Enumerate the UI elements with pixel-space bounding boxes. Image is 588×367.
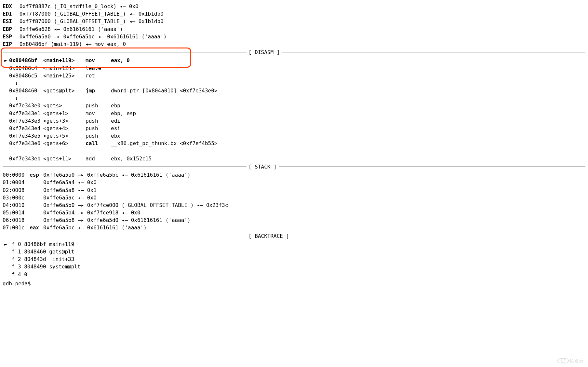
stack-row: 06:00180xffe6a5b8 —▸ 0xffe6a5d0 ◂— 0x616… [3,216,585,224]
current-instruction-marker [3,64,9,72]
current-instruction-marker [3,110,9,117]
current-instruction-marker [3,132,9,140]
disasm-mnemonic: push [86,132,111,140]
disasm-row: 0x80486c5<main+125>ret [3,72,585,79]
divider [3,279,585,279]
stack-separator [27,187,28,193]
register-name: ESI [3,18,16,25]
current-instruction-marker [3,87,9,94]
current-instruction-marker [3,72,9,79]
disasm-row: 0xf7e343e4<gets+4>pushesi [3,125,585,132]
stack-register: esp [30,171,43,179]
disasm-symbol: <gets+1> [43,110,86,117]
disasm-row: 0x8048460<gets@plt>jmpdword ptr [0x804a0… [3,87,585,94]
disasm-operands: ebx, 0x152c15 [111,155,152,162]
stack-register: eax [30,224,43,231]
disasm-symbol: <main+119> [43,57,86,64]
stack-row: 05:00140xffe6a5b4 —▸ 0xf7fce918 ◂— 0x0 [3,209,585,216]
disasm-mnemonic: jmp [86,87,111,94]
register-value: 0xffe6a628 ◂— 0x61616161 ('aaaa') [16,26,123,32]
stack-row: 07:001ceax0xffe6a5bc ◂— 0x61616161 ('aaa… [3,224,585,231]
gdb-prompt[interactable]: gdb-peda$ [3,280,585,287]
stack-offset: 06:0018 [3,216,27,224]
disasm-operands: __x86.get_pc_thunk.bx <0xf7ef4b55> [111,140,218,147]
stack-value: 0xffe6a5ac ◂— 0x0 [43,195,97,201]
prompt-text: gdb-peda$ [3,280,31,287]
disasm-row: ↓ [3,79,585,87]
disasm-mnemonic: add [86,155,111,162]
backtrace-row: f 4 0 [3,271,585,278]
disasm-operands: ebx [111,132,120,140]
stack-separator [27,202,28,209]
backtrace-frame: f 0 80486bf main+119 [8,241,74,247]
stack-value: 0xffe6a5a8 ◂— 0x1 [43,187,97,193]
current-instruction-marker: ► [3,57,9,64]
register-row: ESI 0xf7f87000 (_GLOBAL_OFFSET_TABLE_) ◂… [3,18,585,25]
stack-offset: 03:000c [3,194,27,201]
stack-separator [27,195,28,201]
disasm-address: 0x80486c4 [9,64,43,72]
stack-row: 01:00040xffe6a5a4 ◂— 0x0 [3,179,585,186]
disasm-address: 0xf7e343e3 [9,117,43,125]
disasm-row: ►0x80486bf<main+119>moveax, 0 [3,57,585,64]
backtrace-frame: f 3 8048490 system@plt [8,264,81,270]
stack-offset: 05:0014 [3,209,27,216]
disasm-symbol: <gets+3> [43,117,86,125]
disasm-symbol: <main+124> [43,64,86,72]
backtrace-frame: f 4 0 [8,271,27,278]
disasm-address: 0xf7e343eb [9,155,43,162]
disasm-operands: dword ptr [0x804a010] <0xf7e343e0> [111,87,218,94]
section-header-backtrace: [ BACKTRACE ] [3,232,585,240]
register-row: EDX 0xf7f8887c (_IO_stdfile_0_lock) ◂— 0… [3,3,585,10]
register-name: EDX [3,3,16,10]
backtrace-row: f 1 8048460 gets@plt [3,248,585,255]
disasm-mnemonic: leave [86,64,111,72]
disasm-symbol: <gets+4> [43,125,86,132]
backtrace-section: ► f 0 80486bf main+119 f 1 8048460 gets@… [3,240,585,278]
stack-separator [27,180,28,186]
section-label-disasm: [ DISASM ] [247,48,282,56]
section-label-stack: [ STACK ] [247,163,279,170]
stack-row: 00:0000esp0xffe6a5a0 —▸ 0xffe6a5bc ◂— 0x… [3,171,585,179]
stack-separator [27,210,28,216]
disasm-operands: ebp [111,102,120,109]
disasm-operands: esi [111,125,120,132]
stack-offset: 02:0008 [3,186,27,194]
current-instruction-marker [3,117,9,125]
disasm-row: 0x80486c4<main+124>leave [3,64,585,72]
disasm-section: ►0x80486bf<main+119>moveax, 00x80486c4<m… [3,57,585,162]
disasm-row: 0xf7e343eb<gets+11>addebx, 0x152c15 [3,155,585,162]
disasm-symbol: <gets> [43,102,86,109]
disasm-symbol: <gets+11> [43,155,86,162]
disasm-operands: edi [111,117,120,125]
disasm-address: 0x8048460 [9,87,43,94]
register-value: 0x80486bf (main+119) ◂— mov eax, 0 [16,41,126,47]
stack-separator [27,217,28,224]
current-instruction-marker [3,125,9,132]
stack-value: 0xffe6a5b8 —▸ 0xffe6a5d0 ◂— 0x61616161 (… [43,217,191,223]
stack-value: 0xffe6a5b0 —▸ 0xf7fce000 (_GLOBAL_OFFSET… [43,202,228,208]
stack-offset: 00:0000 [3,171,27,179]
disasm-mnemonic: push [86,102,111,109]
disasm-address: 0x80486c5 [9,72,43,79]
disasm-row [3,147,585,155]
stack-row: 02:00080xffe6a5a8 ◂— 0x1 [3,186,585,194]
stack-offset: 07:001c [3,224,27,231]
disasm-symbol: <gets+6> [43,140,86,147]
stack-value: 0xffe6a5a4 ◂— 0x0 [43,179,97,185]
disasm-mnemonic: mov [86,57,111,64]
register-row: ESP 0xffe6a5a0 —▸ 0xffe6a5bc ◂— 0x616161… [3,33,585,40]
register-name: EIP [3,40,16,48]
stack-offset: 04:0010 [3,201,27,209]
disasm-row: 0xf7e343e6<gets+6>call__x86.get_pc_thunk… [3,140,585,147]
section-label-backtrace: [ BACKTRACE ] [247,232,291,240]
disasm-address: 0xf7e343e4 [9,125,43,132]
section-header-stack: [ STACK ] [3,163,585,170]
stack-value: 0xffe6a5b4 —▸ 0xf7fce918 ◂— 0x0 [43,210,140,216]
register-row: EBP 0xffe6a628 ◂— 0x61616161 ('aaaa') [3,25,585,33]
register-value: 0xffe6a5a0 —▸ 0xffe6a5bc ◂— 0x61616161 (… [16,34,167,40]
register-name: EBP [3,25,16,33]
register-name: ESP [3,33,16,40]
backtrace-frame: f 1 8048460 gets@plt [8,249,74,255]
disasm-row: 0xf7e343e5<gets+5>pushebx [3,132,585,140]
